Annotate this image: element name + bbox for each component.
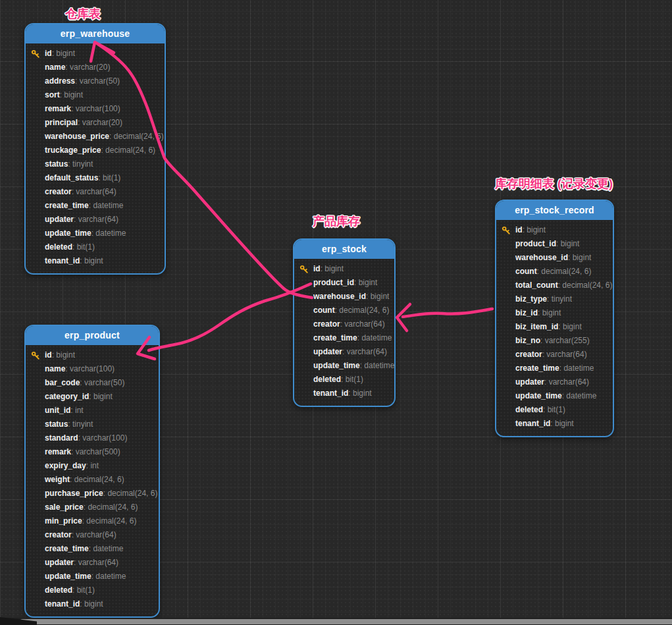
field-row-updater[interactable]: updater: varchar(64)	[26, 213, 165, 227]
field-row-updater[interactable]: updater: varchar(64)	[26, 556, 159, 570]
table-title[interactable]: erp_stock	[294, 240, 394, 259]
table-node-erp-stock-record[interactable]: erp_stock_record id: bigintproduct_id: b…	[495, 200, 614, 437]
field-row-status[interactable]: status: tinyint	[26, 418, 159, 431]
field-row-updater[interactable]: updater: varchar(64)	[496, 375, 613, 389]
field-row-update_time[interactable]: update_time: datetime	[496, 389, 613, 403]
field-row-id[interactable]: id: bigint	[26, 348, 159, 362]
field-name: tenant_id	[45, 599, 80, 609]
field-row-tenant_id[interactable]: tenant_id: bigint	[26, 597, 159, 611]
field-row-biz_no[interactable]: biz_no: varchar(255)	[496, 334, 613, 348]
field-type: : bigint	[558, 322, 581, 331]
field-row-category_id[interactable]: category_id: bigint	[26, 390, 159, 404]
field-type: : varchar(64)	[340, 319, 385, 329]
table-title[interactable]: erp_stock_record	[496, 201, 613, 220]
field-name: remark	[45, 447, 71, 456]
field-row-update_time[interactable]: update_time: datetime	[26, 227, 165, 240]
field-row-standard[interactable]: standard: varchar(100)	[26, 431, 159, 445]
field-row-count[interactable]: count: decimal(24, 6)	[294, 304, 394, 317]
field-type: : datetime	[89, 201, 124, 210]
field-type: : decimal(24, 6)	[537, 267, 592, 276]
field-row-weight[interactable]: weight: decimal(24, 6)	[26, 473, 159, 487]
field-row-biz_item_id[interactable]: biz_item_id: bigint	[496, 320, 613, 334]
field-name: creator	[313, 319, 340, 329]
field-row-id[interactable]: id: bigint	[26, 47, 165, 61]
field-row-unit_id[interactable]: unit_id: int	[26, 404, 159, 418]
field-type: : bit(1)	[98, 173, 120, 182]
field-row-remark[interactable]: remark: varchar(100)	[26, 102, 165, 116]
field-type: : datetime	[360, 361, 395, 370]
field-row-tenant_id[interactable]: tenant_id: bigint	[26, 254, 165, 268]
field-row-status[interactable]: status: tinyint	[26, 157, 165, 171]
field-row-address[interactable]: address: varchar(50)	[26, 74, 165, 88]
field-row-creator[interactable]: creator: varchar(64)	[294, 317, 394, 331]
field-row-purchase_price[interactable]: purchase_price: decimal(24, 6)	[26, 487, 159, 501]
field-name: purchase_price	[45, 489, 103, 498]
field-name: warehouse_id	[515, 253, 568, 262]
diagram-canvas[interactable]: 仓库表 产品库存 库存明细表 (记录变更) erp_warehouse id: …	[0, 0, 672, 625]
field-row-deleted[interactable]: deleted: bit(1)	[294, 373, 394, 387]
field-row-sort[interactable]: sort: bigint	[26, 88, 165, 102]
annotation-label-warehouse: 仓库表	[65, 6, 101, 22]
field-type: : decimal(24, 6)	[82, 516, 137, 526]
table-title[interactable]: erp_product	[26, 326, 159, 345]
field-row-biz_type[interactable]: biz_type: tinyint	[496, 292, 613, 306]
field-row-name[interactable]: name: varchar(20)	[26, 61, 165, 74]
field-row-deleted[interactable]: deleted: bit(1)	[26, 584, 159, 597]
field-row-warehouse_id[interactable]: warehouse_id: bigint	[496, 251, 613, 265]
field-row-biz_id[interactable]: biz_id: bigint	[496, 306, 613, 320]
field-row-create_time[interactable]: create_time: datetime	[26, 542, 159, 556]
field-row-deleted[interactable]: deleted: bit(1)	[26, 240, 165, 254]
field-row-bar_code[interactable]: bar_code: varchar(50)	[26, 376, 159, 390]
field-row-remark[interactable]: remark: varchar(500)	[26, 445, 159, 459]
table-node-erp-product[interactable]: erp_product id: bigintname: varchar(100)…	[24, 325, 160, 618]
field-row-warehouse_id[interactable]: warehouse_id: bigint	[294, 290, 394, 304]
field-row-warehouse_price[interactable]: warehouse_price: decimal(24, 6)	[26, 130, 165, 144]
field-row-updater[interactable]: updater: varchar(64)	[294, 345, 394, 359]
field-row-name[interactable]: name: varchar(100)	[26, 362, 159, 376]
field-type: : datetime	[357, 333, 392, 342]
field-row-deleted[interactable]: deleted: bit(1)	[496, 403, 613, 417]
field-row-id[interactable]: id: bigint	[294, 262, 394, 276]
field-row-product_id[interactable]: product_id: bigint	[294, 276, 394, 290]
field-row-create_time[interactable]: create_time: datetime	[294, 331, 394, 345]
field-type: : varchar(64)	[544, 377, 589, 387]
table-node-erp-warehouse[interactable]: erp_warehouse id: bigintname: varchar(20…	[24, 23, 166, 275]
field-row-creator[interactable]: creator: varchar(64)	[26, 528, 159, 542]
field-row-create_time[interactable]: create_time: datetime	[496, 362, 613, 375]
field-name: update_time	[313, 361, 360, 370]
field-row-tenant_id[interactable]: tenant_id: bigint	[496, 417, 613, 431]
field-row-id[interactable]: id: bigint	[496, 223, 613, 237]
horizontal-scrollbar-track[interactable]	[0, 618, 672, 625]
field-type: : bigint	[89, 392, 112, 401]
field-type: : tinyint	[68, 420, 93, 429]
field-row-creator[interactable]: creator: varchar(64)	[26, 185, 165, 199]
table-node-erp-stock[interactable]: erp_stock id: bigintproduct_id: bigintwa…	[293, 238, 396, 407]
field-type: : varchar(20)	[65, 63, 110, 72]
field-row-creator[interactable]: creator: varchar(64)	[496, 348, 613, 362]
field-row-total_count[interactable]: total_count: decimal(24, 6)	[496, 279, 613, 292]
field-name: deleted	[45, 585, 72, 595]
field-row-update_time[interactable]: update_time: datetime	[294, 359, 394, 373]
field-name: updater	[45, 558, 74, 567]
field-row-product_id[interactable]: product_id: bigint	[496, 237, 613, 251]
horizontal-scrollbar-thumb[interactable]	[20, 619, 672, 624]
field-row-truckage_price[interactable]: truckage_price: decimal(24, 6)	[26, 144, 165, 157]
field-row-count[interactable]: count: decimal(24, 6)	[496, 265, 613, 279]
field-type: : bigint	[550, 419, 573, 428]
field-row-min_price[interactable]: min_price: decimal(24, 6)	[26, 514, 159, 528]
field-row-tenant_id[interactable]: tenant_id: bigint	[294, 387, 394, 400]
table-title[interactable]: erp_warehouse	[26, 24, 165, 43]
field-type: : varchar(20)	[78, 118, 122, 127]
field-type: : tinyint	[547, 294, 572, 304]
field-row-create_time[interactable]: create_time: datetime	[26, 199, 165, 213]
field-type: : decimal(24, 6)	[84, 503, 138, 512]
arrow-stock-record-to-stock	[397, 304, 492, 331]
field-name: warehouse_id	[313, 292, 366, 301]
field-row-principal[interactable]: principal: varchar(20)	[26, 116, 165, 130]
field-row-update_time[interactable]: update_time: datetime	[26, 570, 159, 584]
field-name: weight	[45, 475, 70, 484]
field-name: deleted	[515, 405, 543, 414]
field-row-expiry_day[interactable]: expiry_day: int	[26, 459, 159, 473]
field-row-default_status[interactable]: default_status: bit(1)	[26, 171, 165, 185]
field-row-sale_price[interactable]: sale_price: decimal(24, 6)	[26, 501, 159, 514]
